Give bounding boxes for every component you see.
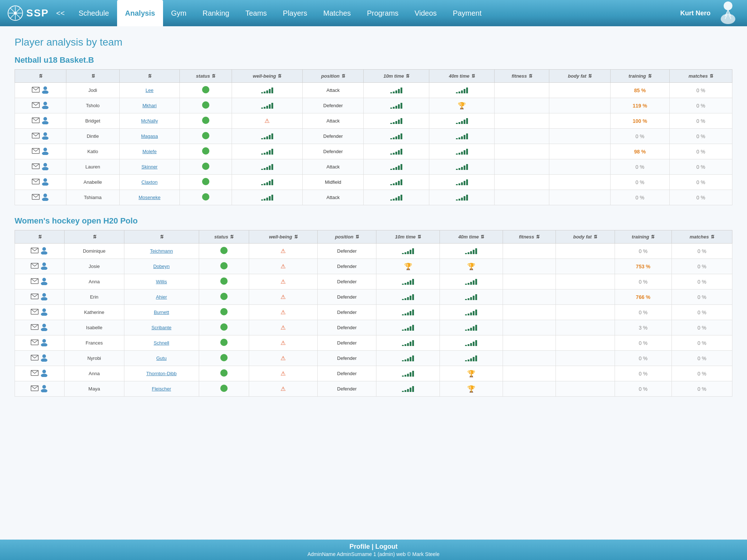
nav-videos[interactable]: Videos xyxy=(407,0,445,26)
email-button[interactable] xyxy=(31,278,39,285)
col2-bodyfat-header[interactable]: body fat ⇅ xyxy=(556,230,615,244)
col-fitness-header[interactable]: fitness ⇅ xyxy=(495,70,549,83)
profile-button[interactable] xyxy=(41,193,49,202)
email-button[interactable] xyxy=(31,263,39,270)
nav-gym[interactable]: Gym xyxy=(163,0,194,26)
surname-link[interactable]: Ahier xyxy=(156,294,167,300)
surname-link[interactable]: Schnell xyxy=(154,340,169,346)
email-button[interactable] xyxy=(32,148,40,155)
nav-programs[interactable]: Programs xyxy=(359,0,407,26)
col-status-header[interactable]: status ⇅ xyxy=(180,70,232,83)
back-button[interactable]: << xyxy=(56,9,65,18)
email-button[interactable] xyxy=(31,385,39,392)
email-button[interactable] xyxy=(32,87,40,94)
profile-button[interactable] xyxy=(40,308,48,317)
surname-link[interactable]: Thornton-Dibb xyxy=(146,371,177,376)
col2-40m-header[interactable]: 40m time ⇅ xyxy=(440,230,503,244)
player-surname[interactable]: Teichmann xyxy=(124,244,199,259)
surname-link[interactable]: Dobeyn xyxy=(153,264,170,269)
surname-link[interactable]: Burnett xyxy=(154,310,169,315)
player-surname[interactable]: Magasa xyxy=(119,129,179,144)
player-surname[interactable]: Burnett xyxy=(124,305,199,320)
surname-link[interactable]: Skinner xyxy=(142,164,158,170)
col2-status-header[interactable]: status ⇅ xyxy=(199,230,249,244)
col2-position-header[interactable]: position ⇅ xyxy=(317,230,376,244)
player-surname[interactable]: Molefe xyxy=(119,144,179,159)
player-surname[interactable]: Lee xyxy=(119,83,179,98)
profile-button[interactable] xyxy=(41,101,49,110)
nav-players[interactable]: Players xyxy=(275,0,316,26)
email-button[interactable] xyxy=(32,102,40,109)
surname-link[interactable]: Gutu xyxy=(156,355,167,361)
col-40m-header[interactable]: 40m time ⇅ xyxy=(429,70,495,83)
player-surname[interactable]: Schnell xyxy=(124,335,199,351)
surname-link[interactable]: Teichmann xyxy=(150,248,173,254)
email-button[interactable] xyxy=(31,355,39,362)
col2-matches-header[interactable]: matches ⇅ xyxy=(671,230,732,244)
email-button[interactable] xyxy=(31,248,39,254)
profile-link[interactable]: Profile xyxy=(349,543,370,550)
profile-button[interactable] xyxy=(40,323,48,332)
surname-link[interactable]: Molefe xyxy=(142,149,156,154)
surname-link[interactable]: Moseneke xyxy=(139,195,160,200)
player-surname[interactable]: Mkhari xyxy=(119,98,179,113)
player-surname[interactable]: Scribante xyxy=(124,320,199,335)
nav-matches[interactable]: Matches xyxy=(315,0,359,26)
email-button[interactable] xyxy=(31,339,39,346)
email-button[interactable] xyxy=(31,309,39,316)
player-surname[interactable]: Skinner xyxy=(119,159,179,175)
email-button[interactable] xyxy=(32,163,40,170)
profile-button[interactable] xyxy=(41,116,49,125)
profile-button[interactable] xyxy=(40,384,48,393)
col2-actions-header[interactable]: ⇅ xyxy=(15,230,65,244)
surname-link[interactable]: Scribante xyxy=(151,325,171,330)
col2-icons-header[interactable]: ⇅ xyxy=(64,230,124,244)
col-bodyfat-header[interactable]: body fat ⇅ xyxy=(549,70,611,83)
nav-analysis[interactable]: Analysis xyxy=(117,0,163,26)
player-surname[interactable]: McNally xyxy=(119,113,179,129)
player-surname[interactable]: Dobeyn xyxy=(124,259,199,274)
player-surname[interactable]: Fleischer xyxy=(124,381,199,397)
surname-link[interactable]: Lee xyxy=(146,88,154,93)
surname-link[interactable]: Claxton xyxy=(142,179,158,185)
surname-link[interactable]: Mkhari xyxy=(142,103,156,108)
profile-button[interactable] xyxy=(40,246,48,256)
player-surname[interactable]: Thornton-Dibb xyxy=(124,366,199,381)
profile-button[interactable] xyxy=(41,178,49,187)
player-surname[interactable]: Ahier xyxy=(124,289,199,305)
email-button[interactable] xyxy=(32,133,40,140)
player-surname[interactable]: Willis xyxy=(124,274,199,289)
surname-link[interactable]: Magasa xyxy=(141,133,158,139)
col-position-header[interactable]: position ⇅ xyxy=(302,70,364,83)
email-button[interactable] xyxy=(32,117,40,124)
logout-link[interactable]: Logout xyxy=(375,543,398,550)
nav-payment[interactable]: Payment xyxy=(445,0,489,26)
profile-button[interactable] xyxy=(40,277,48,286)
profile-button[interactable] xyxy=(40,338,48,347)
profile-button[interactable] xyxy=(41,86,49,95)
profile-button[interactable] xyxy=(40,292,48,302)
col-icons-header[interactable]: ⇅ xyxy=(66,70,119,83)
nav-teams[interactable]: Teams xyxy=(237,0,275,26)
col-10m-header[interactable]: 10m time ⇅ xyxy=(364,70,429,83)
surname-link[interactable]: Fleischer xyxy=(152,386,171,392)
profile-button[interactable] xyxy=(41,147,49,156)
profile-button[interactable] xyxy=(40,369,48,378)
email-button[interactable] xyxy=(31,370,39,377)
profile-button[interactable] xyxy=(40,262,48,271)
player-surname[interactable]: Gutu xyxy=(124,351,199,366)
col-name-header[interactable]: ⇅ xyxy=(119,70,179,83)
col-wellbeing-header[interactable]: well-being ⇅ xyxy=(232,70,302,83)
col-actions-header[interactable]: ⇅ xyxy=(15,70,66,83)
email-button[interactable] xyxy=(32,194,40,201)
nav-schedule[interactable]: Schedule xyxy=(70,0,117,26)
surname-link[interactable]: Willis xyxy=(156,279,167,284)
col2-training-header[interactable]: training ⇅ xyxy=(615,230,671,244)
player-surname[interactable]: Moseneke xyxy=(119,190,179,205)
col2-fitness-header[interactable]: fitness ⇅ xyxy=(503,230,556,244)
profile-button[interactable] xyxy=(41,132,49,141)
col2-wellbeing-header[interactable]: well-being ⇅ xyxy=(249,230,317,244)
email-button[interactable] xyxy=(31,324,39,331)
nav-ranking[interactable]: Ranking xyxy=(194,0,237,26)
email-button[interactable] xyxy=(32,179,40,186)
